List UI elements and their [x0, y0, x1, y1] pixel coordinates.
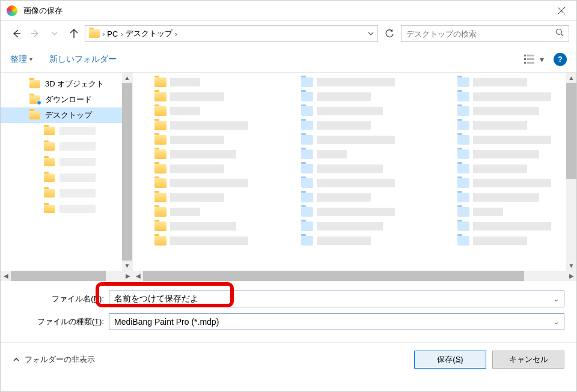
forward-button[interactable] — [27, 25, 44, 42]
scroll-down-icon[interactable]: ▼ — [122, 261, 132, 271]
scroll-right-icon[interactable]: ▶ — [566, 271, 576, 281]
file-item[interactable] — [457, 164, 551, 173]
file-item[interactable] — [457, 106, 551, 116]
scroll-left-icon[interactable]: ◀ — [133, 271, 143, 281]
svg-rect-6 — [524, 62, 526, 64]
file-icon — [457, 106, 469, 116]
file-item[interactable] — [301, 92, 395, 101]
recent-dropdown[interactable] — [46, 25, 63, 42]
tree-item-desktop[interactable]: デスクトップ — [1, 107, 132, 123]
file-item[interactable] — [154, 236, 248, 246]
folder-icon — [154, 92, 166, 101]
breadcrumb-root[interactable]: PC — [107, 29, 118, 38]
tree-subitem[interactable] — [1, 139, 132, 154]
tree-subitem[interactable] — [1, 154, 132, 170]
chevron-down-icon[interactable]: ⌄ — [554, 295, 559, 303]
new-folder-button[interactable]: 新しいフォルダー — [49, 54, 117, 65]
file-scrollbar[interactable]: ▲ ▼ — [566, 73, 576, 271]
tree-subitem[interactable] — [1, 201, 132, 217]
tree-h-scrollbar[interactable]: ◀ ▶ — [1, 271, 133, 281]
file-item[interactable] — [301, 135, 395, 145]
file-item[interactable] — [457, 207, 551, 217]
scroll-thumb[interactable] — [566, 83, 576, 179]
scroll-up-icon[interactable]: ▲ — [566, 73, 576, 83]
file-item[interactable] — [154, 135, 248, 145]
folder-icon — [44, 205, 55, 213]
file-item[interactable] — [154, 149, 248, 159]
file-item[interactable] — [457, 92, 551, 101]
help-button[interactable]: ? — [554, 53, 567, 66]
downloads-folder-icon — [29, 95, 40, 104]
scroll-thumb[interactable] — [122, 83, 132, 261]
file-item[interactable] — [457, 236, 551, 246]
window-title: 画像の保存 — [23, 5, 546, 16]
file-item[interactable] — [457, 193, 551, 202]
tree-item-downloads[interactable]: ダウンロード — [1, 92, 132, 107]
file-item[interactable] — [457, 178, 551, 188]
view-mode-button[interactable]: ▾ — [524, 55, 544, 64]
file-item[interactable] — [301, 178, 395, 188]
file-item[interactable] — [457, 222, 551, 231]
file-item[interactable] — [301, 222, 395, 231]
file-item[interactable] — [154, 121, 248, 130]
folder-icon — [44, 127, 55, 135]
file-item[interactable] — [301, 121, 395, 130]
scroll-left-icon[interactable]: ◀ — [1, 271, 11, 281]
file-item[interactable] — [457, 149, 551, 159]
tree-subitem[interactable] — [1, 170, 132, 185]
up-button[interactable] — [66, 25, 82, 42]
file-item[interactable] — [154, 92, 248, 101]
file-item[interactable] — [154, 178, 248, 188]
close-button[interactable] — [546, 1, 576, 21]
file-h-scrollbar[interactable]: ◀ ▶ — [133, 271, 576, 281]
file-item[interactable] — [301, 106, 395, 116]
tree-subitem[interactable] — [1, 123, 132, 139]
file-item[interactable] — [457, 77, 551, 87]
filename-combo[interactable]: ⌄ — [109, 291, 564, 307]
search-icon[interactable] — [555, 28, 564, 39]
file-item[interactable] — [154, 77, 248, 87]
tree-scrollbar[interactable]: ▲ ▼ — [122, 73, 132, 271]
file-list[interactable]: ▲ ▼ — [133, 73, 576, 271]
filetype-combo[interactable]: MediBang Paint Pro (*.mdp) ⌄ — [109, 313, 564, 330]
file-item[interactable] — [457, 121, 551, 130]
chevron-down-icon — [368, 31, 374, 37]
scroll-thumb[interactable] — [143, 271, 524, 281]
file-item[interactable] — [154, 193, 248, 202]
hide-folders-toggle[interactable]: フォルダーの非表示 — [13, 354, 95, 365]
file-item[interactable] — [154, 207, 248, 217]
file-item[interactable] — [154, 222, 248, 231]
file-item[interactable] — [457, 135, 551, 145]
breadcrumb-folder[interactable]: デスクトップ — [126, 28, 172, 39]
cancel-button[interactable]: キャンセル — [492, 351, 564, 369]
svg-line-3 — [561, 34, 564, 37]
organize-menu[interactable]: 整理 ▾ — [10, 54, 32, 65]
filename-input[interactable] — [114, 294, 554, 304]
file-item[interactable] — [301, 236, 395, 246]
chevron-down-icon[interactable]: ⌄ — [554, 318, 559, 326]
search-box[interactable] — [401, 25, 569, 42]
breadcrumb-dropdown[interactable] — [368, 29, 374, 38]
file-item[interactable] — [154, 106, 248, 116]
tree-subitem[interactable] — [1, 185, 132, 201]
scroll-down-icon[interactable]: ▼ — [566, 261, 576, 271]
file-item[interactable] — [301, 193, 395, 202]
tree-item-3d-objects[interactable]: 3D オブジェクト — [1, 76, 132, 92]
close-icon — [558, 7, 565, 14]
refresh-button[interactable] — [380, 25, 398, 42]
search-input[interactable] — [406, 29, 555, 38]
file-item[interactable] — [301, 77, 395, 87]
scroll-right-icon[interactable]: ▶ — [123, 271, 133, 281]
file-item[interactable] — [154, 164, 248, 173]
scroll-thumb[interactable] — [11, 271, 106, 281]
file-icon — [301, 236, 313, 246]
scroll-up-icon[interactable]: ▲ — [122, 73, 132, 83]
file-item[interactable] — [301, 164, 395, 173]
back-button[interactable] — [8, 25, 25, 42]
breadcrumb-bar[interactable]: › PC › デスクトップ › — [85, 25, 378, 42]
file-item[interactable] — [301, 207, 395, 217]
caret-down-icon: ▾ — [29, 56, 32, 62]
file-icon — [457, 222, 469, 231]
save-button[interactable]: 保存(S) — [414, 351, 486, 369]
file-item[interactable] — [301, 149, 395, 159]
